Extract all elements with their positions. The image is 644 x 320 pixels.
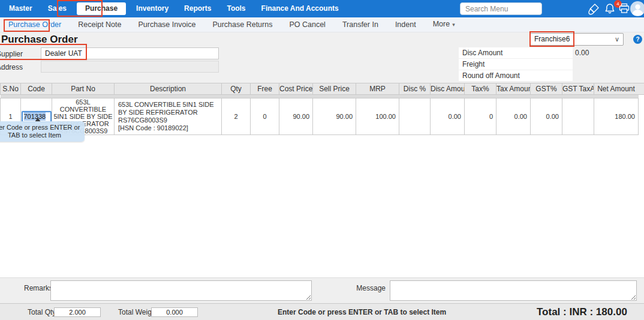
purchase-sub-navigation: Purchase Order Receipt Note Purchase Inv…: [0, 17, 644, 32]
header-mrp[interactable]: MRP: [356, 83, 399, 95]
supplier-label: Supplier: [0, 50, 23, 58]
cell-description[interactable]: 653L CONVERTIBLE 5IN1 SIDE BY SIDE REFRI…: [115, 98, 222, 135]
grand-total: Total : INR : 180.00: [537, 304, 627, 320]
cell-net-amount: 180.00: [594, 98, 639, 135]
header-part-no[interactable]: Part No: [52, 83, 115, 95]
subnav-purchase-invoice[interactable]: Purchase Invoice: [130, 17, 204, 32]
header-free[interactable]: Free: [251, 83, 279, 95]
nav-item-master[interactable]: Master: [0, 0, 40, 17]
header-tax-pct[interactable]: Tax%: [465, 83, 496, 95]
notifications-bell-icon[interactable]: 4: [604, 2, 617, 16]
nav-item-inventory[interactable]: Inventory: [128, 0, 176, 17]
total-weight-input[interactable]: [151, 307, 198, 317]
disc-amount-value[interactable]: 0.00: [573, 47, 644, 58]
chevron-down-icon: ∨: [615, 34, 619, 45]
header-qty[interactable]: Qty: [222, 83, 251, 95]
subnav-po-cancel[interactable]: PO Cancel: [281, 17, 333, 32]
address-input: [41, 61, 219, 73]
cell-free[interactable]: 0: [251, 98, 279, 135]
remarks-label: Remarks: [24, 284, 48, 292]
description-text: 653L CONVERTIBLE 5IN1 SIDE BY SIDE REFRI…: [118, 101, 221, 124]
subnav-purchase-order[interactable]: Purchase Order: [0, 17, 70, 32]
cell-tax-amount[interactable]: 0.00: [496, 98, 531, 135]
header-description[interactable]: Description: [115, 83, 222, 95]
page-title: Purchase Order: [1, 34, 78, 46]
subnav-indent[interactable]: Indent: [387, 17, 425, 32]
remarks-textarea[interactable]: [50, 280, 312, 301]
help-icon[interactable]: ?: [633, 35, 642, 44]
subnav-transfer-in[interactable]: Transfer In: [334, 17, 387, 32]
subnav-purchase-returns[interactable]: Purchase Returns: [204, 17, 281, 32]
freight-value[interactable]: [573, 59, 644, 70]
franchise-select[interactable]: Franchise6 ∨: [530, 33, 624, 46]
nav-item-purchase[interactable]: Purchase: [77, 2, 126, 15]
enter-code-hint: Enter Code or press ENTER or TAB to sele…: [278, 304, 446, 320]
header-sell-price[interactable]: Sell Price: [313, 83, 356, 95]
cell-gst-pct[interactable]: 0.00: [531, 98, 562, 135]
message-textarea[interactable]: [390, 280, 637, 301]
cell-sell-price[interactable]: 90.00: [313, 98, 356, 135]
subnav-receipt-note[interactable]: Receipt Note: [70, 17, 130, 32]
freight-row: Freight: [459, 59, 644, 70]
search-menu-input[interactable]: [460, 2, 542, 15]
round-off-amount-value[interactable]: [573, 70, 644, 81]
cell-disc-amount[interactable]: 0.00: [431, 98, 465, 135]
header-cost-price[interactable]: Cost Price: [279, 83, 313, 95]
franchise-selected-value: Franchise6: [534, 35, 570, 43]
nav-item-reports[interactable]: Reports: [176, 0, 219, 17]
table-header-row: S.No Code Part No Description Qty Free C…: [1, 83, 639, 95]
message-label: Message: [351, 284, 386, 292]
brush-icon[interactable]: [587, 2, 600, 16]
freight-label: Freight: [459, 59, 573, 70]
nav-item-sales[interactable]: Sales: [40, 0, 74, 17]
disc-amount-label: Disc Amount: [459, 47, 573, 58]
cell-qty[interactable]: 2: [222, 98, 251, 135]
address-label: Address: [0, 63, 23, 71]
print-icon[interactable]: [618, 2, 631, 16]
user-avatar[interactable]: [630, 1, 644, 16]
nav-item-finance-and-accounts[interactable]: Finance And Accounts: [254, 0, 347, 17]
table-header-filler: [638, 83, 644, 95]
cell-mrp[interactable]: 100.00: [356, 98, 399, 135]
total-qty-input[interactable]: [54, 307, 101, 317]
disc-amount-row: Disc Amount 0.00: [459, 47, 644, 58]
header-net-amount[interactable]: Net Amount: [594, 83, 639, 95]
header-sno[interactable]: S.No: [1, 83, 21, 95]
top-navigation-bar: Master Sales Purchase Inventory Reports …: [0, 0, 644, 17]
cell-tax-pct[interactable]: 0: [465, 98, 496, 135]
header-gst-pct[interactable]: GST%: [531, 83, 562, 95]
items-table: S.No Code Part No Description Qty Free C…: [0, 83, 639, 135]
remarks-band: Remarks Message: [0, 277, 644, 303]
subnav-more[interactable]: More▾: [425, 17, 464, 32]
footer-bar: Total Qty Total Weight Enter Code or pre…: [0, 303, 644, 320]
header-code[interactable]: Code: [21, 83, 52, 95]
round-off-amount-row: Round off Amount: [459, 70, 644, 81]
header-disc-amount[interactable]: Disc Amount: [431, 83, 465, 95]
chevron-down-icon: ▾: [452, 22, 455, 28]
supplier-input[interactable]: [41, 47, 219, 59]
cell-gst-taxamt[interactable]: [562, 98, 594, 135]
nav-item-tools[interactable]: Tools: [219, 0, 253, 17]
code-hint-tooltip: Enter Code or press ENTER or TAB to sele…: [0, 121, 85, 142]
total-qty-label: Total Qty: [28, 304, 56, 320]
header-gst-taxamt[interactable]: GST TaxAmt: [562, 83, 594, 95]
cell-cost-price[interactable]: 90.00: [279, 98, 313, 135]
header-tax-amount[interactable]: Tax Amount: [496, 83, 531, 95]
hsn-code-text: [HSN Code : 90189022]: [118, 124, 221, 132]
header-disc-pct[interactable]: Disc %: [399, 83, 431, 95]
purchase-order-screen: Master Sales Purchase Inventory Reports …: [0, 0, 644, 320]
cell-disc-pct[interactable]: [399, 98, 431, 135]
subnav-more-label: More: [433, 20, 450, 28]
table-row: 1 701338 653L CONVERTIBLE 5IN1 SIDE BY S…: [1, 98, 639, 135]
round-off-amount-label: Round off Amount: [459, 70, 573, 81]
